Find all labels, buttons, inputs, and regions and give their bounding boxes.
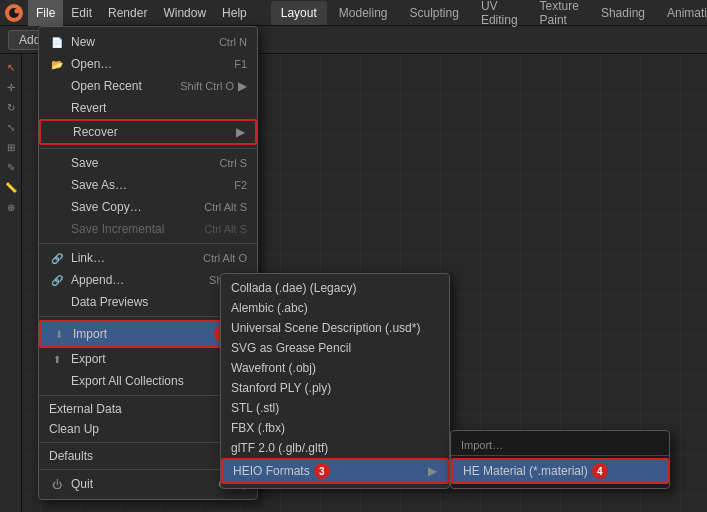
submenu-wavefront[interactable]: Wavefront (.obj) [221, 358, 449, 378]
tab-modeling[interactable]: Modeling [329, 1, 398, 25]
menu-file[interactable]: File [28, 0, 63, 26]
export-icon: ⬆ [49, 351, 65, 367]
submenu-usd[interactable]: Universal Scene Description (.usd*) [221, 318, 449, 338]
submenu-heio[interactable]: HEIO Formats 3 ▶ [221, 458, 449, 484]
separator-1 [39, 148, 257, 149]
menu-help[interactable]: Help [214, 0, 255, 26]
tab-animation[interactable]: Animati… [657, 1, 707, 25]
save-as-icon [49, 177, 65, 193]
menu-save-incremental[interactable]: Save Incremental Ctrl Alt S [39, 218, 257, 240]
menu-link[interactable]: 🔗 Link… Ctrl Alt O [39, 247, 257, 269]
new-icon: 📄 [49, 34, 65, 50]
quit-icon: ⏻ [49, 476, 65, 492]
sidebar-icon-add[interactable]: ⊕ [2, 198, 20, 216]
save-icon [49, 155, 65, 171]
menu-revert[interactable]: Revert [39, 97, 257, 119]
menu-save-as[interactable]: Save As… F2 [39, 174, 257, 196]
menu-window[interactable]: Window [155, 0, 214, 26]
submenu-alembic[interactable]: Alembic (.abc) [221, 298, 449, 318]
menu-recover[interactable]: Recover ▶ [39, 119, 257, 145]
tab-uv-editing[interactable]: UV Editing [471, 1, 528, 25]
data-previews-icon [49, 294, 65, 310]
submenu-collada[interactable]: Collada (.dae) (Legacy) [221, 278, 449, 298]
workspace-tabs: Layout Modeling Sculpting UV Editing Tex… [271, 1, 707, 25]
revert-icon [49, 100, 65, 116]
save-incremental-icon [49, 221, 65, 237]
menu-save[interactable]: Save Ctrl S [39, 152, 257, 174]
menu-edit[interactable]: Edit [63, 0, 100, 26]
sidebar-icon-move[interactable]: ✛ [2, 78, 20, 96]
tab-sculpting[interactable]: Sculpting [400, 1, 469, 25]
top-menu-bar: File Edit Render Window Help Layout Mode… [0, 0, 707, 26]
submenu-svg[interactable]: SVG as Grease Pencil [221, 338, 449, 358]
heio-submenu: Import… HE Material (*.material) 4 [450, 430, 670, 489]
svg-point-2 [15, 8, 20, 13]
export-all-icon [49, 373, 65, 389]
link-icon: 🔗 [49, 250, 65, 266]
sidebar-icon-rotate[interactable]: ↻ [2, 98, 20, 116]
save-copy-icon [49, 199, 65, 215]
menu-open[interactable]: 📂 Open… F1 [39, 53, 257, 75]
menu-open-recent[interactable]: Open Recent Shift Ctrl O ▶ [39, 75, 257, 97]
sidebar-icon-cursor[interactable]: ↖ [2, 58, 20, 76]
blender-logo [4, 1, 24, 25]
recover-icon [51, 124, 67, 140]
submenu-stanford[interactable]: Stanford PLY (.ply) [221, 378, 449, 398]
submenu-gltf[interactable]: glTF 2.0 (.glb/.gltf) [221, 438, 449, 458]
submenu-fbx[interactable]: FBX (.fbx) [221, 418, 449, 438]
open-icon: 📂 [49, 56, 65, 72]
tab-texture-paint[interactable]: Texture Paint [530, 1, 589, 25]
menu-new[interactable]: 📄 New Ctrl N [39, 31, 257, 53]
open-recent-icon [49, 78, 65, 94]
heio-import-header: Import… [451, 435, 669, 456]
import-submenu: Collada (.dae) (Legacy) Alembic (.abc) U… [220, 273, 450, 489]
separator-2 [39, 243, 257, 244]
menu-render[interactable]: Render [100, 0, 155, 26]
append-icon: 🔗 [49, 272, 65, 288]
sidebar-icon-annotate[interactable]: ✎ [2, 158, 20, 176]
sidebar-icon-transform[interactable]: ⊞ [2, 138, 20, 156]
submenu-stl[interactable]: STL (.stl) [221, 398, 449, 418]
sidebar-icon-measure[interactable]: 📏 [2, 178, 20, 196]
heio-material-item[interactable]: HE Material (*.material) 4 [451, 458, 669, 484]
sidebar-icon-scale[interactable]: ⤡ [2, 118, 20, 136]
left-sidebar: ↖ ✛ ↻ ⤡ ⊞ ✎ 📏 ⊕ [0, 54, 22, 512]
tab-shading[interactable]: Shading [591, 1, 655, 25]
import-icon: ⬇ [51, 326, 67, 342]
tab-layout[interactable]: Layout [271, 1, 327, 25]
menu-save-copy[interactable]: Save Copy… Ctrl Alt S [39, 196, 257, 218]
